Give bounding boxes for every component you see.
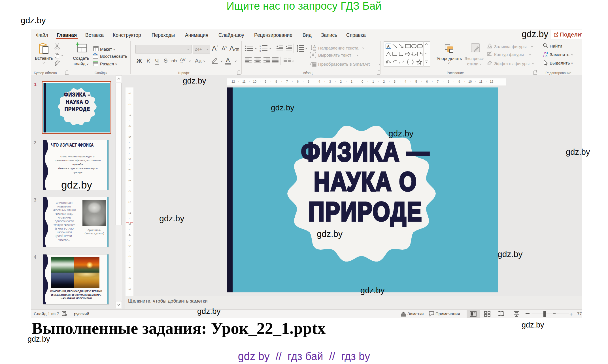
svg-text:2: 2 — [260, 47, 261, 50]
svg-text:c: c — [545, 54, 547, 57]
svg-text:A: A — [387, 44, 390, 48]
svg-text:1: 1 — [260, 45, 261, 47]
svg-text:A: A — [313, 44, 316, 49]
svg-text:3: 3 — [260, 50, 261, 52]
